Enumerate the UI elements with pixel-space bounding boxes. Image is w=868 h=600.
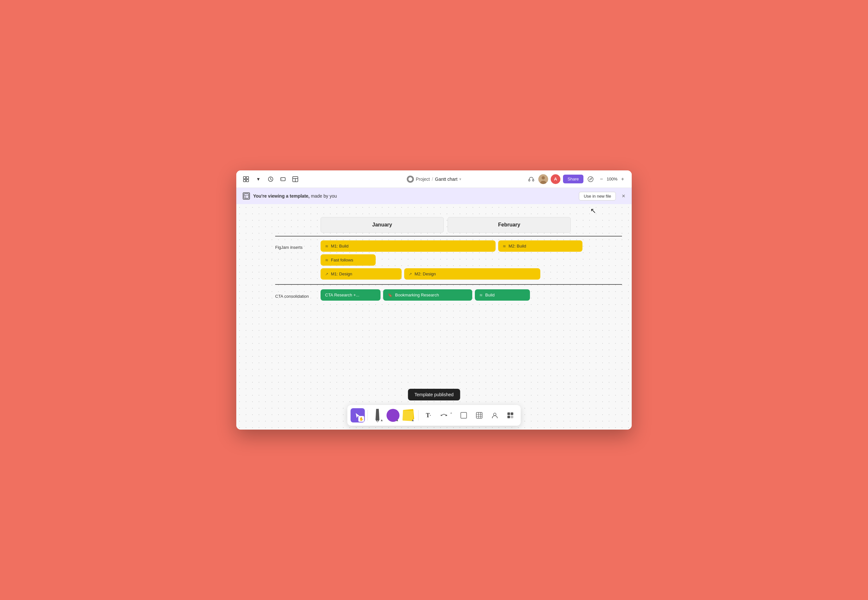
bar-m2-build-label: M2: Build <box>508 244 526 248</box>
toolbar-separator-1 <box>367 410 368 421</box>
top-bar-right: A Share − 100% + <box>464 174 627 184</box>
bar-m1-build-label: M1: Build <box>331 244 348 248</box>
gantt-chart: January February FigJam inserts ≋ M1: Bu… <box>275 217 622 303</box>
svg-rect-33 <box>507 416 510 418</box>
svg-rect-11 <box>529 179 530 181</box>
bar-m2-build[interactable]: ≋ M2: Build <box>498 240 583 252</box>
chevron-file-icon[interactable]: ▾ <box>459 177 461 182</box>
user-avatar[interactable] <box>539 174 548 184</box>
pencil-expand-icon: ▲ <box>380 418 384 422</box>
gantt-header: January February <box>320 217 622 233</box>
gantt-row-cta: CTA consolidation CTA Research +... 🔖 Bo… <box>275 289 622 301</box>
svg-point-16 <box>588 177 593 182</box>
mouse-cursor-indicator: ↖ <box>590 207 596 215</box>
bar-m2-design[interactable]: ↗ M2: Design <box>404 268 540 280</box>
breadcrumb-file[interactable]: Gantt chart <box>435 177 457 182</box>
top-bar-left: ▾ <box>241 174 404 184</box>
stamp-tool-button[interactable] <box>487 408 502 423</box>
bar-row-1: ≋ M1: Build ≋ M2: Build <box>320 240 622 252</box>
template-banner: You're viewing a template, made by you U… <box>236 188 632 204</box>
svg-rect-25 <box>476 412 482 418</box>
layout-icon[interactable] <box>291 174 300 184</box>
toast-text: Template published <box>414 392 454 397</box>
svg-rect-3 <box>246 179 249 182</box>
bar-bookmarking-icon: 🔖 <box>388 293 393 297</box>
banner-text: You're viewing a template, made by you <box>253 193 576 198</box>
bar-build-green-label: Build <box>485 292 495 297</box>
bottom-toolbar: ✋ ▲ ▲ <box>348 405 521 426</box>
svg-rect-24 <box>461 412 466 418</box>
bar-cta-label: CTA Research +... <box>325 292 360 297</box>
sticky-expand-icon: ▲ <box>411 418 414 422</box>
bar-build-green[interactable]: ≋ Build <box>475 289 530 301</box>
project-icon <box>407 176 414 183</box>
svg-point-14 <box>542 176 545 179</box>
bar-fast-follows[interactable]: ≋ Fast follows <box>320 254 376 266</box>
chevron-down-icon[interactable]: ▾ <box>254 174 263 184</box>
bar-row-cta: CTA Research +... 🔖 Bookmarking Research… <box>320 289 622 301</box>
svg-point-10 <box>408 177 412 181</box>
zoom-out-button[interactable]: − <box>598 175 605 183</box>
sticky-tool-button[interactable]: ▲ <box>402 408 416 423</box>
svg-point-30 <box>493 413 496 416</box>
zoom-level[interactable]: 100% <box>607 177 618 182</box>
bar-build-green-icon: ≋ <box>480 293 483 297</box>
clock-icon[interactable] <box>266 174 275 184</box>
bar-fast-icon: ≋ <box>325 258 328 262</box>
gantt-mid-divider <box>275 284 622 285</box>
bar-row-2: ≋ Fast follows <box>320 254 622 266</box>
bar-m2-build-icon: ≋ <box>503 244 506 248</box>
bar-cta-research[interactable]: CTA Research +... <box>320 289 381 301</box>
hand-tool-button[interactable]: ✋ <box>358 416 364 422</box>
top-bar: ▾ <box>236 170 632 188</box>
text-tool-button[interactable]: T • <box>421 408 436 423</box>
bar-bookmarking-research[interactable]: 🔖 Bookmarking Research <box>383 289 472 301</box>
bar-m1-design-label: M1: Design <box>331 271 352 276</box>
gantt-top-divider <box>275 236 622 236</box>
connector-expand-icon: ▲ <box>450 411 453 414</box>
svg-rect-12 <box>533 179 534 181</box>
bar-m2-design-icon: ↗ <box>409 272 412 276</box>
share-button[interactable]: Share <box>563 174 583 183</box>
row-bars-figjam: ≋ M1: Build ≋ M2: Build ≋ Fast follows <box>320 240 622 280</box>
zoom-in-button[interactable]: + <box>619 175 627 183</box>
svg-rect-32 <box>510 412 513 415</box>
svg-rect-34 <box>510 416 513 418</box>
svg-rect-31 <box>507 412 510 415</box>
svg-point-22 <box>441 415 442 416</box>
svg-rect-1 <box>246 177 249 179</box>
shapes-tool-button[interactable]: ▲ <box>386 408 400 423</box>
table-tool-button[interactable] <box>472 408 486 423</box>
toast-notification: Template published <box>408 389 460 400</box>
shapes-expand-icon: ▲ <box>396 418 399 422</box>
canvas-area: January February FigJam inserts ≋ M1: Bu… <box>236 204 632 430</box>
connector-tool-button[interactable] <box>437 408 451 423</box>
frame-tool-button[interactable] <box>456 408 470 423</box>
svg-rect-5 <box>281 177 285 181</box>
gantt-row-figjam: FigJam inserts ≋ M1: Build ≋ M2: Build <box>275 240 622 280</box>
grid-tool-icon[interactable] <box>241 174 250 184</box>
month-january: January <box>320 217 444 233</box>
bar-m1-build[interactable]: ≋ M1: Build <box>320 240 496 252</box>
zoom-control: − 100% + <box>598 175 627 183</box>
top-bar-center: Project / Gantt chart ▾ <box>407 176 461 183</box>
user-avatar-a[interactable]: A <box>551 174 560 184</box>
row-label-figjam: FigJam inserts <box>275 240 320 250</box>
widget-tool-button[interactable] <box>503 408 517 423</box>
bar-m2-design-label: M2: Design <box>414 271 436 276</box>
svg-point-6 <box>282 179 282 179</box>
breadcrumb-project[interactable]: Project <box>416 177 430 182</box>
svg-marker-20 <box>376 409 379 423</box>
banner-close-button[interactable]: × <box>622 193 625 200</box>
bar-bookmarking-label: Bookmarking Research <box>395 292 439 297</box>
svg-rect-2 <box>243 179 246 182</box>
pencil-tool-button[interactable]: ▲ <box>370 408 385 423</box>
use-in-new-file-button[interactable]: Use in new file <box>579 192 616 200</box>
bar-m1-build-icon: ≋ <box>325 244 328 248</box>
bar-m1-design[interactable]: ↗ M1: Design <box>320 268 402 280</box>
comment-icon[interactable] <box>586 174 595 184</box>
headphone-icon[interactable] <box>527 174 536 184</box>
template-icon <box>243 192 250 200</box>
tag-icon[interactable] <box>278 174 287 184</box>
bar-fast-label: Fast follows <box>331 258 353 262</box>
